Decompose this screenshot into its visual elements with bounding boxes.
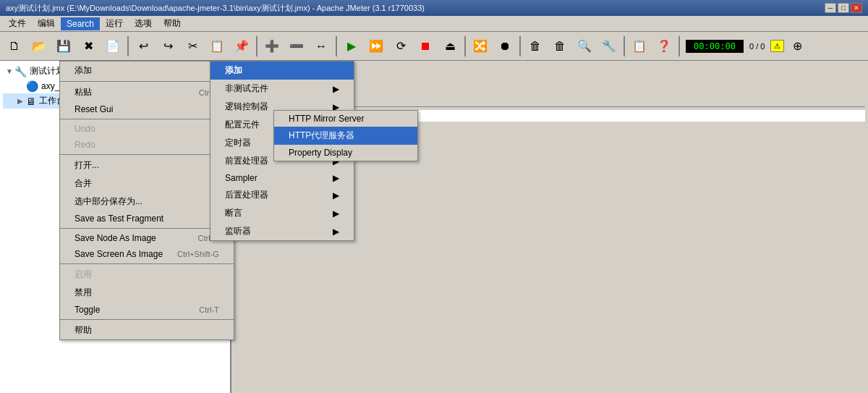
ctx1-merge[interactable]: 合并 <box>60 174 234 193</box>
count-display: 0 / 0 <box>745 41 769 52</box>
ctx1-open[interactable]: 打开... <box>60 156 234 174</box>
menu-help[interactable]: 帮助 <box>158 16 187 31</box>
menu-edit[interactable]: 编辑 <box>32 16 61 31</box>
separator-2 <box>256 36 258 56</box>
ctx1-save-partial[interactable]: 选中部分保存为... <box>60 193 234 211</box>
run-button[interactable]: ▶ <box>340 35 363 58</box>
expand-icon-test-plan: ▼ <box>6 67 13 75</box>
ctx2-assertion[interactable]: 断言 ▶ <box>210 204 354 222</box>
ctx1-add[interactable]: 添加 ▶ <box>60 62 234 80</box>
menu-bar: 文件 编辑 Search 运行 选项 帮助 <box>0 16 868 32</box>
ctx1-help[interactable]: 帮助 <box>60 321 234 339</box>
separator-5 <box>519 36 521 56</box>
ctx1-save-node-image[interactable]: Save Node As Image Ctrl-G <box>60 230 234 246</box>
menu-search[interactable]: Search <box>61 17 100 30</box>
search-tool-button[interactable]: 🔍 <box>573 35 596 58</box>
ctx2-non-test[interactable]: 非测试元件 ▶ <box>210 80 354 98</box>
ctx1-sep-5 <box>60 263 234 264</box>
separator-3 <box>336 36 337 56</box>
menu-options[interactable]: 选项 <box>129 16 158 31</box>
clear-button[interactable]: 🗑 <box>524 35 547 58</box>
separator-6 <box>624 36 625 56</box>
separator-1 <box>127 36 129 56</box>
axy-app-icon: 🔵 <box>26 80 38 92</box>
shortcut-toggle: Ctrl-T <box>199 305 219 314</box>
restore-button[interactable]: □ <box>838 3 849 13</box>
ctx1-toggle[interactable]: Toggle Ctrl-T <box>60 302 234 318</box>
log-viewer-button[interactable]: 📋 <box>628 35 651 58</box>
title-bar-controls: ─ □ ✕ <box>825 3 862 13</box>
expand-icon-workbench: ▶ <box>17 97 25 105</box>
remote-stop-button[interactable]: ⏺ <box>493 35 516 58</box>
separator-7 <box>678 36 680 56</box>
save-button[interactable]: 💾 <box>52 35 75 58</box>
warning-icon: ⚠ <box>774 42 780 50</box>
ctx1-sep-1 <box>60 81 234 82</box>
remote-settings-button[interactable]: ⊕ <box>786 35 809 58</box>
undo-button[interactable]: ↩ <box>132 35 155 58</box>
ctx1-enable: 启用 <box>60 266 234 284</box>
ctx1-undo: Undo <box>60 121 234 137</box>
ctx1-sep-2 <box>60 119 234 119</box>
copy-button[interactable]: 📋 <box>205 35 229 58</box>
warning-indicator: ⚠ <box>770 40 784 52</box>
timer-display: 00:00:00 <box>686 40 744 53</box>
ctx3-property-display[interactable]: Property Display <box>274 145 417 161</box>
test-plan-icon: 🔧 <box>14 66 27 77</box>
cut-button[interactable]: ✂ <box>181 35 204 58</box>
validate-button[interactable]: ⟳ <box>389 35 412 58</box>
close-button[interactable]: ✕ <box>851 3 862 13</box>
help-toolbar-button[interactable]: ❓ <box>652 35 676 58</box>
arrow-icon-listener: ▶ <box>333 227 339 237</box>
ctx1-sep-6 <box>60 319 234 320</box>
ctx2-post-processor[interactable]: 后置处理器 ▶ <box>210 186 354 204</box>
context-menu-3: HTTP Mirror Server HTTP代理服务器 Property Di… <box>273 110 418 161</box>
new-button[interactable]: 🗋 <box>3 35 26 58</box>
shortcut-save-screen: Ctrl+Shift-G <box>177 250 219 258</box>
remove-button[interactable]: ➖ <box>285 35 308 58</box>
arrow-icon-sampler: ▶ <box>333 173 339 183</box>
save-test-button[interactable]: 📄 <box>101 35 124 58</box>
paste-button[interactable]: 📌 <box>230 35 253 58</box>
arrow-icon-post: ▶ <box>333 190 339 200</box>
ctx2-header: 添加 <box>210 62 354 80</box>
arrow-icon-assertion: ▶ <box>333 208 339 219</box>
ctx1-redo: Redo <box>60 137 234 153</box>
menu-run[interactable]: 运行 <box>100 16 129 31</box>
ctx1-disable[interactable]: 禁用 <box>60 284 234 302</box>
separator-4 <box>464 36 466 56</box>
ctx2-listener[interactable]: 监听器 ▶ <box>210 222 354 240</box>
ctx3-http-proxy[interactable]: HTTP代理服务器 <box>274 127 417 145</box>
shutdown-button[interactable]: ⏏ <box>438 35 461 58</box>
function-helper-button[interactable]: 🔧 <box>597 35 621 58</box>
ctx1-sep-4 <box>60 228 234 229</box>
close-test-button[interactable]: ✖ <box>77 35 100 58</box>
add-button[interactable]: ➕ <box>260 35 284 58</box>
ctx2-sampler[interactable]: Sampler ▶ <box>210 170 354 186</box>
toolbar: 🗋 📂 💾 ✖ 📄 ↩ ↪ ✂ 📋 📌 ➕ ➖ ↔ ▶ ⏩ ⟳ ⏹ ⏏ 🔀 ⏺ … <box>0 32 868 61</box>
arrow-icon-non-test: ▶ <box>333 84 339 94</box>
ctx1-sep-3 <box>60 154 234 155</box>
minimize-button[interactable]: ─ <box>825 3 836 13</box>
ctx1-paste[interactable]: 粘贴 Ctrl-V <box>60 83 234 101</box>
run-no-pause-button[interactable]: ⏩ <box>365 35 388 58</box>
menu-file[interactable]: 文件 <box>3 16 32 31</box>
remote-run-button[interactable]: 🔀 <box>469 35 492 58</box>
title-bar: axy测试计划.jmx (E:\MyDownloads\Download\apa… <box>0 0 868 16</box>
window-title: axy测试计划.jmx (E:\MyDownloads\Download\apa… <box>6 3 825 14</box>
open-button[interactable]: 📂 <box>27 35 51 58</box>
context-menu-1: 添加 ▶ 粘贴 Ctrl-V Reset Gui Undo Redo 打开...… <box>59 61 234 340</box>
ctx1-save-fragment[interactable]: Save as Test Fragment <box>60 211 234 227</box>
ctx1-save-screen-image[interactable]: Save Screen As Image Ctrl+Shift-G <box>60 246 234 262</box>
workbench-icon: 🖥 <box>26 96 36 107</box>
redo-button[interactable]: ↪ <box>156 35 179 58</box>
expand-button[interactable]: ↔ <box>310 35 333 58</box>
clear-all-button[interactable]: 🗑 <box>548 35 571 58</box>
ctx1-reset-gui[interactable]: Reset Gui <box>60 101 234 117</box>
ctx3-http-mirror[interactable]: HTTP Mirror Server <box>274 111 417 127</box>
stop-button[interactable]: ⏹ <box>414 35 437 58</box>
